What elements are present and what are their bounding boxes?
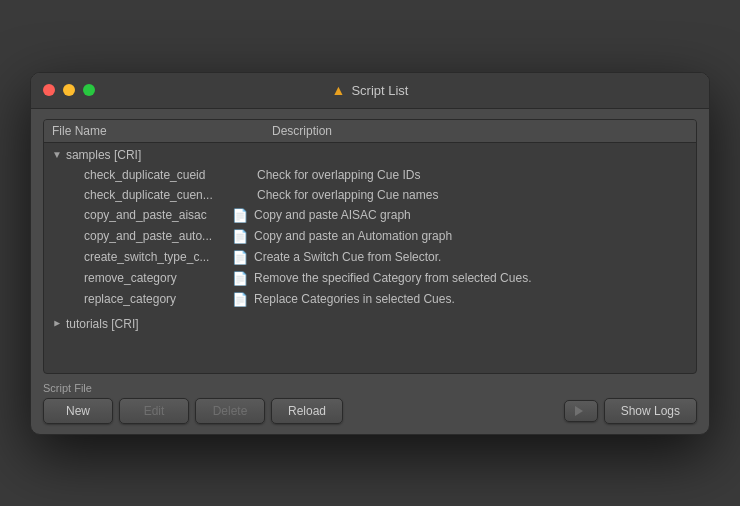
item-desc-text: Check for overlapping Cue IDs xyxy=(257,168,420,182)
item-filename: copy_and_paste_auto... xyxy=(52,229,232,243)
item-description: 📄 Remove the specified Category from sel… xyxy=(232,271,688,286)
title-icon: ▲ xyxy=(332,82,346,98)
titlebar: ▲ Script List xyxy=(31,73,709,109)
table-row[interactable]: copy_and_paste_auto... 📄 Copy and paste … xyxy=(44,226,696,247)
table-row[interactable]: create_switch_type_c... 📄 Create a Switc… xyxy=(44,247,696,268)
item-desc-text: Copy and paste AISAC graph xyxy=(254,208,411,222)
table-row[interactable]: check_duplicate_cueid Check for overlapp… xyxy=(44,165,696,185)
table-body: ▼ samples [CRI] check_duplicate_cueid Ch… xyxy=(44,143,696,373)
item-filename: replace_category xyxy=(52,292,232,306)
group-samples: ▼ samples [CRI] check_duplicate_cueid Ch… xyxy=(44,143,696,312)
group-tutorials: ▼ tutorials [CRI] xyxy=(44,312,696,336)
item-description: Check for overlapping Cue IDs xyxy=(232,168,688,182)
item-desc-text: Copy and paste an Automation graph xyxy=(254,229,452,243)
item-filename: check_duplicate_cueid xyxy=(52,168,232,182)
minimize-button[interactable] xyxy=(63,84,75,96)
item-filename: create_switch_type_c... xyxy=(52,250,232,264)
document-icon: 📄 xyxy=(232,250,248,265)
close-button[interactable] xyxy=(43,84,55,96)
item-desc-text: Create a Switch Cue from Selector. xyxy=(254,250,441,264)
group-samples-header[interactable]: ▼ samples [CRI] xyxy=(44,145,696,165)
table-header: File Name Description xyxy=(44,120,696,143)
group-tutorials-label: tutorials [CRI] xyxy=(66,317,139,331)
document-icon: 📄 xyxy=(232,229,248,244)
item-filename: check_duplicate_cuen... xyxy=(52,188,232,202)
item-desc-text: Remove the specified Category from selec… xyxy=(254,271,531,285)
item-filename: copy_and_paste_aisac xyxy=(52,208,232,222)
delete-button[interactable]: Delete xyxy=(195,398,265,424)
new-button[interactable]: New xyxy=(43,398,113,424)
maximize-button[interactable] xyxy=(83,84,95,96)
table-row[interactable]: copy_and_paste_aisac 📄 Copy and paste AI… xyxy=(44,205,696,226)
main-window: ▲ Script List File Name Description ▼ sa… xyxy=(30,72,710,435)
column-header-filename: File Name xyxy=(52,124,272,138)
document-icon: 📄 xyxy=(232,292,248,307)
script-file-label: Script File xyxy=(43,382,697,394)
item-description: 📄 Create a Switch Cue from Selector. xyxy=(232,250,688,265)
document-icon: 📄 xyxy=(232,271,248,286)
item-description: 📄 Copy and paste AISAC graph xyxy=(232,208,688,223)
group-tutorials-header[interactable]: ▼ tutorials [CRI] xyxy=(44,314,696,334)
item-description: 📄 Replace Categories in selected Cues. xyxy=(232,292,688,307)
table-row[interactable]: replace_category 📄 Replace Categories in… xyxy=(44,289,696,310)
reload-button[interactable]: Reload xyxy=(271,398,343,424)
item-description: Check for overlapping Cue names xyxy=(232,188,688,202)
column-header-description: Description xyxy=(272,124,688,138)
toolbar: New Edit Delete Reload Show Logs xyxy=(43,398,697,424)
script-table: File Name Description ▼ samples [CRI] ch… xyxy=(43,119,697,374)
table-row[interactable]: remove_category 📄 Remove the specified C… xyxy=(44,268,696,289)
expand-arrow-icon: ▼ xyxy=(52,149,62,160)
edit-button[interactable]: Edit xyxy=(119,398,189,424)
document-icon: 📄 xyxy=(232,208,248,223)
item-desc-text: Check for overlapping Cue names xyxy=(257,188,438,202)
show-logs-button[interactable]: Show Logs xyxy=(604,398,697,424)
title-label: Script List xyxy=(351,83,408,98)
traffic-lights xyxy=(43,84,95,96)
play-icon xyxy=(575,406,583,416)
window-title: ▲ Script List xyxy=(332,82,409,98)
table-row[interactable]: check_duplicate_cuen... Check for overla… xyxy=(44,185,696,205)
content-area: File Name Description ▼ samples [CRI] ch… xyxy=(31,109,709,434)
item-description: 📄 Copy and paste an Automation graph xyxy=(232,229,688,244)
item-desc-text: Replace Categories in selected Cues. xyxy=(254,292,455,306)
play-button[interactable] xyxy=(564,400,598,422)
group-samples-label: samples [CRI] xyxy=(66,148,141,162)
expand-arrow-icon: ▼ xyxy=(51,319,62,329)
item-filename: remove_category xyxy=(52,271,232,285)
